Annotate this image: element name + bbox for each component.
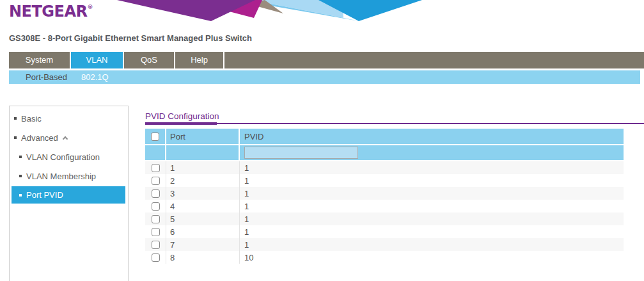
pvid-cell: 1 xyxy=(240,174,624,187)
sub-nav: Port-Based 802.1Q xyxy=(9,70,640,84)
bullet-icon xyxy=(14,136,17,139)
row-checkbox-port-3[interactable] xyxy=(152,189,160,198)
nav-filler xyxy=(224,52,644,68)
port-cell: 5 xyxy=(166,213,240,225)
logo-text: NETGEAR xyxy=(9,3,88,20)
subnav-port-based[interactable]: Port-Based xyxy=(26,72,67,82)
header-checkbox-cell xyxy=(145,129,166,144)
row-checkbox-port-1[interactable] xyxy=(152,164,160,172)
table-row: 5 1 xyxy=(145,213,624,225)
tab-qos[interactable]: QoS xyxy=(124,52,175,68)
main-content: PVID Configuration Port PVID 1 xyxy=(145,106,644,281)
netgear-admin-page: NETGEAR® GS308E - 8-Port Gigabit Etherne… xyxy=(0,0,644,281)
row-checkbox-port-7[interactable] xyxy=(152,241,160,249)
pvid-input[interactable] xyxy=(244,147,358,159)
row-checkbox-port-4[interactable] xyxy=(152,202,160,211)
row-checkbox-port-5[interactable] xyxy=(152,215,160,223)
sidebar-menu: Basic Advanced VLAN Configuration VLAN M… xyxy=(10,106,128,204)
pvid-cell: 1 xyxy=(240,200,624,213)
brand-banner-graphic xyxy=(0,0,644,21)
pvid-cell: 1 xyxy=(240,225,624,238)
port-column-header: Port xyxy=(166,129,240,144)
pvid-cell: 1 xyxy=(240,238,624,251)
select-all-checkbox[interactable] xyxy=(151,132,159,141)
sidebar: Basic Advanced VLAN Configuration VLAN M… xyxy=(9,106,129,281)
table-row: 8 10 xyxy=(145,251,624,264)
sidebar-item-basic[interactable]: Basic xyxy=(10,109,128,128)
table-row: 6 1 xyxy=(145,225,624,238)
title-underline xyxy=(145,122,217,125)
filter-checkbox-cell xyxy=(145,145,166,160)
sidebar-item-vlan-configuration[interactable]: VLAN Configuration xyxy=(10,147,128,166)
sidebar-item-label: Basic xyxy=(21,114,42,124)
table-row: 1 1 xyxy=(145,161,624,174)
filter-port-cell xyxy=(166,145,240,160)
port-cell: 3 xyxy=(166,187,240,200)
pvid-cell: 1 xyxy=(240,213,624,225)
port-cell: 1 xyxy=(166,161,240,174)
port-cell: 4 xyxy=(166,200,240,213)
netgear-logo: NETGEAR® xyxy=(9,3,93,20)
section-divider xyxy=(145,123,644,124)
table-row: 2 1 xyxy=(145,174,624,187)
sidebar-item-label: VLAN Membership xyxy=(26,172,96,181)
row-checkbox-port-8[interactable] xyxy=(152,253,160,262)
page-title: PVID Configuration xyxy=(145,111,219,121)
sidebar-item-port-pvid[interactable]: Port PVID xyxy=(12,186,125,204)
bullet-icon xyxy=(19,175,22,177)
table-row: 7 1 xyxy=(145,238,624,251)
bullet-icon xyxy=(19,156,22,158)
table-filter-row xyxy=(145,145,624,160)
sidebar-item-label: Port PVID xyxy=(26,190,63,200)
device-title: GS308E - 8-Port Gigabit Ethernet Smart M… xyxy=(9,33,252,43)
chevron-up-icon xyxy=(63,136,68,141)
pvid-cell: 1 xyxy=(240,187,624,200)
registered-mark-icon: ® xyxy=(88,4,93,10)
port-cell: 7 xyxy=(166,238,240,251)
pvid-cell: 10 xyxy=(240,251,624,264)
table-row: 4 1 xyxy=(145,200,624,213)
port-cell: 2 xyxy=(166,174,240,187)
row-checkbox-port-6[interactable] xyxy=(152,228,160,236)
row-checkbox-port-2[interactable] xyxy=(152,177,160,185)
sidebar-item-vlan-membership[interactable]: VLAN Membership xyxy=(10,166,128,186)
subnav-802-1q[interactable]: 802.1Q xyxy=(81,72,109,82)
sidebar-item-advanced[interactable]: Advanced xyxy=(10,128,128,147)
sidebar-item-label: Advanced xyxy=(21,133,58,143)
table-header-row: Port PVID xyxy=(145,129,624,144)
table-row: 3 1 xyxy=(145,187,624,200)
port-cell: 8 xyxy=(166,251,240,264)
tab-help[interactable]: Help xyxy=(175,52,224,68)
pvid-table: Port PVID 1 1 2 1 3 xyxy=(145,129,624,264)
main-nav: System VLAN QoS Help xyxy=(9,52,644,68)
filter-pvid-cell xyxy=(240,145,624,160)
tab-vlan[interactable]: VLAN xyxy=(71,52,124,68)
pvid-column-header: PVID xyxy=(240,129,624,144)
tab-system[interactable]: System xyxy=(9,52,71,68)
bullet-icon xyxy=(14,117,17,120)
pvid-cell: 1 xyxy=(240,161,624,174)
bullet-icon xyxy=(19,194,22,197)
port-cell: 6 xyxy=(166,225,240,238)
sidebar-item-label: VLAN Configuration xyxy=(26,152,100,162)
